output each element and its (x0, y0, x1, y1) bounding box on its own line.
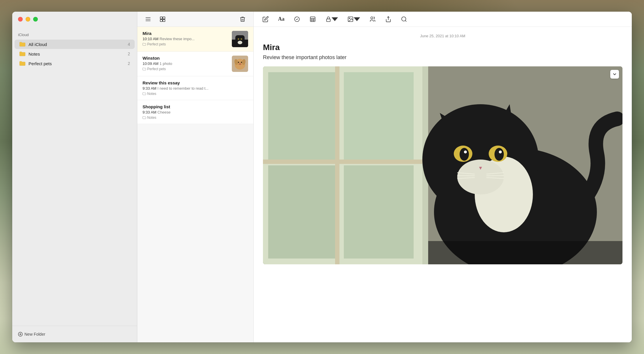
note-photo-container (263, 66, 622, 264)
title-bar (12, 12, 632, 27)
note-item-winston[interactable]: Winston 10:09 AM 1 photo Perfect pets (137, 52, 253, 76)
notes-folder-label: Notes (29, 52, 128, 56)
note-time-review: 9:33 AM (143, 86, 156, 91)
sidebar-bottom: New Folder (12, 326, 137, 342)
note-detail-title[interactable]: Mira (263, 43, 622, 52)
folder-small-icon (143, 92, 146, 95)
note-thumbnail-winston (232, 56, 248, 72)
note-preview-mira: Review these impo... (160, 37, 195, 41)
notes-app-window: iCloud All iCloud 4 Notes 2 (12, 12, 632, 342)
notes-list-panel: Mira 10:10 AM Review these impo... Perfe… (137, 12, 254, 342)
note-text-winston: Winston 10:09 AM 1 photo Perfect pets (143, 56, 228, 71)
svg-point-16 (238, 39, 239, 39)
note-folder-winston: Perfect pets (143, 67, 228, 71)
dog-thumbnail-svg (232, 56, 248, 72)
folder-label-mira: Perfect pets (147, 42, 166, 46)
chevron-down-icon (612, 72, 617, 77)
note-thumbnail-mira (232, 31, 248, 47)
note-item-mira[interactable]: Mira 10:10 AM Review these impo... Perfe… (137, 27, 253, 52)
sidebar-item-perfect-pets[interactable]: Perfect pets 2 (15, 59, 135, 68)
perfect-pets-label: Perfect pets (29, 61, 128, 66)
svg-line-66 (486, 176, 504, 176)
svg-point-17 (241, 39, 242, 39)
sidebar: iCloud All iCloud 4 Notes 2 (12, 12, 137, 342)
svg-point-54 (457, 160, 504, 194)
note-timestamp: June 25, 2021 at 10:10 AM (263, 34, 622, 38)
close-button[interactable] (18, 17, 23, 22)
note-title-mira: Mira (143, 31, 228, 36)
sidebar-content: iCloud All iCloud 4 Notes 2 (12, 27, 137, 73)
folder-icon (19, 42, 26, 47)
photo-expand-button[interactable] (610, 70, 619, 79)
svg-rect-70 (428, 241, 622, 264)
detail-content: June 25, 2021 at 10:10 AM Mira Review th… (254, 27, 632, 342)
note-title-winston: Winston (143, 56, 228, 61)
note-title-shopping: Shopping list (143, 104, 248, 109)
cat-thumbnail-svg (232, 31, 248, 47)
note-item-shopping[interactable]: Shopping list 9:33 AM Cheese Notes (137, 100, 253, 124)
icloud-section-label: iCloud (12, 31, 137, 39)
sidebar-item-notes[interactable]: Notes 2 (15, 49, 135, 59)
all-icloud-count: 4 (128, 42, 130, 47)
note-item-review-essay[interactable]: Review this essay 9:33 AM I need to reme… (137, 76, 253, 100)
note-folder-review: Notes (143, 92, 248, 96)
svg-line-63 (457, 176, 475, 176)
svg-point-57 (460, 148, 469, 161)
folder-small-icon (143, 43, 146, 46)
note-title-review: Review this essay (143, 80, 248, 85)
note-detail-panel: Aa (254, 12, 632, 342)
note-time-winston: 10:09 AM (143, 61, 159, 66)
cat-photo (263, 66, 622, 264)
note-detail-subtitle[interactable]: Review these important photos later (263, 54, 622, 61)
perfect-pets-count: 2 (128, 61, 130, 66)
notes-folder-count: 2 (128, 52, 130, 56)
folder-label-review: Notes (147, 92, 156, 96)
note-time-mira: 10:10 AM (143, 37, 159, 41)
svg-rect-45 (344, 165, 414, 259)
svg-point-25 (239, 63, 241, 65)
folder-icon (19, 51, 26, 56)
note-folder-shopping: Notes (143, 116, 248, 120)
note-preview-shopping: Cheese (157, 110, 170, 114)
svg-point-60 (499, 151, 502, 153)
new-folder-button[interactable]: New Folder (18, 331, 45, 338)
note-meta-mira: 10:10 AM Review these impo... (143, 37, 228, 41)
svg-point-23 (238, 62, 239, 63)
folder-icon (19, 61, 26, 66)
svg-point-24 (241, 62, 242, 63)
folder-label-shopping: Notes (147, 116, 156, 120)
all-icloud-label: All iCloud (29, 42, 128, 47)
svg-rect-43 (344, 72, 414, 160)
maximize-button[interactable] (33, 17, 38, 22)
note-preview-winston: 1 photo (160, 61, 172, 66)
note-folder-mira: Perfect pets (143, 42, 228, 46)
svg-rect-46 (335, 66, 339, 264)
note-text-mira: Mira 10:10 AM Review these impo... Perfe… (143, 31, 228, 46)
svg-rect-42 (268, 72, 338, 160)
svg-point-58 (494, 148, 504, 161)
traffic-lights (18, 17, 38, 22)
new-folder-label: New Folder (24, 332, 45, 337)
svg-point-59 (464, 151, 467, 153)
panels-container: iCloud All iCloud 4 Notes 2 (12, 12, 632, 342)
minimize-button[interactable] (26, 17, 30, 22)
svg-rect-44 (268, 165, 338, 259)
note-time-shopping: 9:33 AM (143, 110, 156, 114)
note-preview-review: I need to remember to read t... (157, 86, 209, 91)
folder-small-icon (143, 68, 146, 70)
svg-rect-47 (263, 160, 422, 164)
note-text-review: Review this essay 9:33 AM I need to reme… (143, 80, 248, 96)
folder-small-icon (143, 116, 146, 119)
plus-circle-icon (18, 332, 23, 337)
sidebar-item-all-icloud[interactable]: All iCloud 4 (15, 40, 135, 49)
notes-list: Mira 10:10 AM Review these impo... Perfe… (137, 27, 253, 342)
svg-point-13 (238, 41, 242, 44)
cat-photo-svg (263, 66, 622, 264)
note-meta-review: 9:33 AM I need to remember to read t... (143, 86, 248, 91)
note-text-shopping: Shopping list 9:33 AM Cheese Notes (143, 104, 248, 120)
note-meta-shopping: 9:33 AM Cheese (143, 110, 248, 114)
note-meta-winston: 10:09 AM 1 photo (143, 61, 228, 66)
folder-label-winston: Perfect pets (147, 67, 166, 71)
